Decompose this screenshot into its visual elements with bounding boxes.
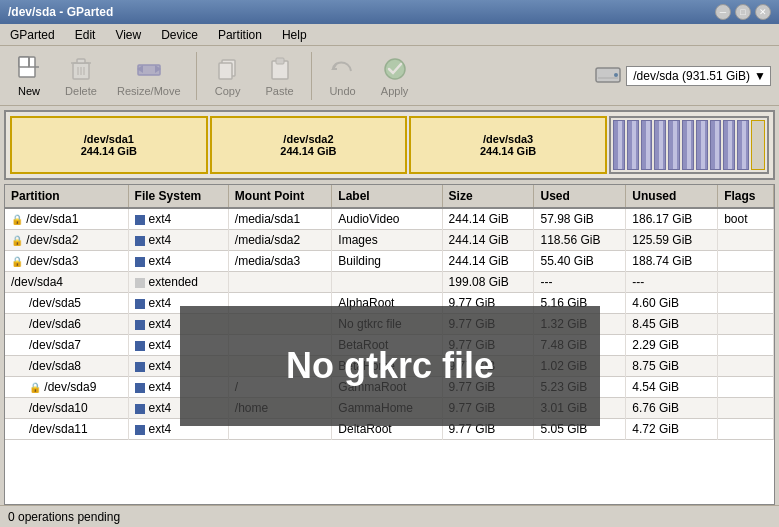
cell-unused: 8.75 GiB [626, 356, 718, 377]
stripe-5 [668, 120, 680, 170]
close-button[interactable]: ✕ [755, 4, 771, 20]
toolbar-sep-2 [311, 52, 312, 100]
delete-icon [67, 55, 95, 83]
cell-flags [718, 251, 774, 272]
menu-gparted[interactable]: GParted [4, 26, 61, 44]
svg-rect-1 [19, 57, 29, 67]
col-used: Used [534, 185, 626, 208]
device-label: /dev/sda (931.51 GiB) [633, 69, 750, 83]
cell-partition: /dev/sda4 [5, 272, 128, 293]
undo-icon [329, 55, 357, 83]
apply-button[interactable]: Apply [370, 49, 420, 103]
cell-label: Building [332, 251, 442, 272]
fs-color-block [135, 257, 145, 267]
partition-block-sda1[interactable]: /dev/sda1 244.14 GiB [10, 116, 208, 174]
paste-icon [266, 55, 294, 83]
cell-unused: 186.17 GiB [626, 208, 718, 230]
partition-block-sda4-extended[interactable] [609, 116, 769, 174]
cell-partition: /dev/sda6 [5, 314, 128, 335]
table-row[interactable]: 🔒 /dev/sda1ext4/media/sda1AudioVideo244.… [5, 208, 774, 230]
status-text: 0 operations pending [8, 510, 120, 524]
copy-label: Copy [215, 85, 241, 97]
menu-device[interactable]: Device [155, 26, 204, 44]
cell-partition: /dev/sda5 [5, 293, 128, 314]
fs-color-block [135, 383, 145, 393]
table-row[interactable]: 🔒 /dev/sda3ext4/media/sda3Building244.14… [5, 251, 774, 272]
new-icon [15, 55, 43, 83]
col-mountpoint: Mount Point [228, 185, 332, 208]
new-label: New [18, 85, 40, 97]
cell-flags [718, 293, 774, 314]
window-controls: ─ □ ✕ [715, 4, 771, 20]
cell-size: 244.14 GiB [442, 208, 534, 230]
title-bar: /dev/sda - GParted ─ □ ✕ [0, 0, 779, 24]
cell-used: 118.56 GiB [534, 230, 626, 251]
cell-mountpoint [228, 272, 332, 293]
resize-label: Resize/Move [117, 85, 181, 97]
cell-filesystem: ext4 [128, 230, 228, 251]
cell-label: AudioVideo [332, 208, 442, 230]
table-row[interactable]: /dev/sda4extended199.08 GiB------ [5, 272, 774, 293]
maximize-button[interactable]: □ [735, 4, 751, 20]
apply-icon [381, 55, 409, 83]
minimize-button[interactable]: ─ [715, 4, 731, 20]
resize-icon [135, 55, 163, 83]
cell-unused: 188.74 GiB [626, 251, 718, 272]
stripe-8 [710, 120, 722, 170]
partition-block-sda3[interactable]: /dev/sda3 244.14 GiB [409, 116, 607, 174]
menu-view[interactable]: View [109, 26, 147, 44]
paste-button[interactable]: Paste [255, 49, 305, 103]
cell-size: 244.14 GiB [442, 230, 534, 251]
col-partition: Partition [5, 185, 128, 208]
fs-color-block [135, 278, 145, 288]
cell-used: 57.98 GiB [534, 208, 626, 230]
lock-icon: 🔒 [11, 235, 23, 246]
cell-flags [718, 230, 774, 251]
undo-button[interactable]: Undo [318, 49, 368, 103]
svg-point-17 [614, 73, 618, 77]
table-row[interactable]: 🔒 /dev/sda2ext4/media/sda2Images244.14 G… [5, 230, 774, 251]
copy-button[interactable]: Copy [203, 49, 253, 103]
menu-help[interactable]: Help [276, 26, 313, 44]
chevron-down-icon: ▼ [754, 69, 766, 83]
delete-button[interactable]: Delete [56, 49, 106, 103]
cell-partition: /dev/sda7 [5, 335, 128, 356]
cell-unused: 125.59 GiB [626, 230, 718, 251]
menu-edit[interactable]: Edit [69, 26, 102, 44]
fs-color-block [135, 341, 145, 351]
cell-mountpoint: /media/sda3 [228, 251, 332, 272]
stripe-10 [737, 120, 749, 170]
partition-visual: /dev/sda1 244.14 GiB /dev/sda2 244.14 Gi… [4, 110, 775, 180]
cell-flags [718, 398, 774, 419]
cell-size: 199.08 GiB [442, 272, 534, 293]
stripe-6 [682, 120, 694, 170]
toolbar-sep-1 [196, 52, 197, 100]
col-flags: Flags [718, 185, 774, 208]
lock-icon: 🔒 [11, 256, 23, 267]
cell-flags [718, 377, 774, 398]
table-header-row: Partition File System Mount Point Label … [5, 185, 774, 208]
unallocated-block [751, 120, 765, 170]
cell-unused: 4.72 GiB [626, 419, 718, 440]
lock-icon: 🔒 [29, 382, 41, 393]
fs-color-block [135, 404, 145, 414]
new-button[interactable]: New [4, 49, 54, 103]
svg-rect-12 [219, 63, 232, 79]
partition-block-sda2[interactable]: /dev/sda2 244.14 GiB [210, 116, 408, 174]
cell-unused: 4.54 GiB [626, 377, 718, 398]
resize-move-button[interactable]: Resize/Move [108, 49, 190, 103]
svg-rect-4 [77, 59, 85, 63]
cell-filesystem: ext4 [128, 251, 228, 272]
cell-unused: 6.76 GiB [626, 398, 718, 419]
cell-unused: 2.29 GiB [626, 335, 718, 356]
overlay-message: No gtkrc file [180, 306, 600, 426]
device-selector[interactable]: /dev/sda (931.51 GiB) ▼ [590, 56, 775, 95]
col-size: Size [442, 185, 534, 208]
menu-partition[interactable]: Partition [212, 26, 268, 44]
device-dropdown[interactable]: /dev/sda (931.51 GiB) ▼ [626, 66, 771, 86]
fs-color-block [135, 425, 145, 435]
main-content: /dev/sda1 244.14 GiB /dev/sda2 244.14 Gi… [0, 106, 779, 505]
overlay-text: No gtkrc file [286, 345, 494, 387]
cell-mountpoint: /media/sda1 [228, 208, 332, 230]
cell-flags [718, 356, 774, 377]
